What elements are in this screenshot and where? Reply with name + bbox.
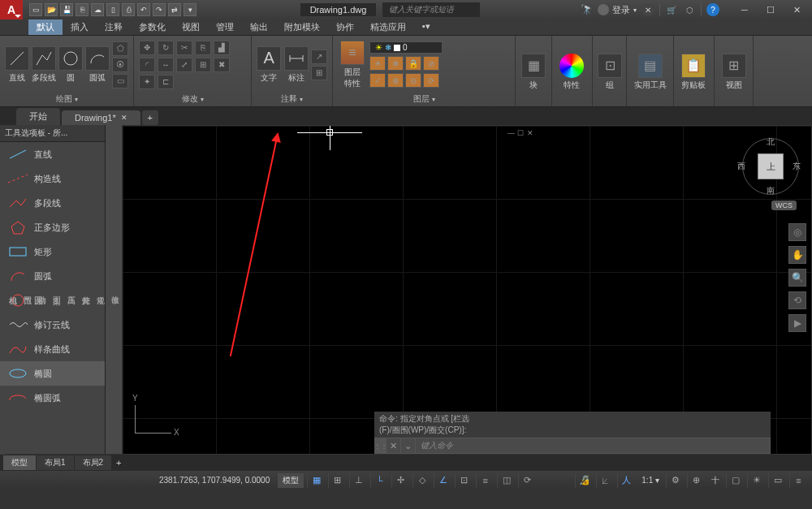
pan-icon[interactable]: ✋ (788, 246, 806, 264)
workspace-icon[interactable]: ⚙ (666, 473, 684, 488)
status-model-toggle[interactable]: 模型 (278, 473, 304, 488)
trim-button[interactable]: ✂ (176, 41, 192, 55)
draw-tool-3[interactable]: ▭ (112, 74, 128, 88)
group-button[interactable]: ⊡组 (598, 48, 622, 97)
osnap-toggle-icon[interactable]: ∠ (434, 473, 451, 488)
vp-minimize[interactable]: — (508, 129, 516, 137)
vp-close[interactable]: ✕ (527, 129, 535, 137)
binoculars-icon[interactable]: 🔭 (581, 4, 593, 15)
qat-web-icon[interactable]: ☁ (91, 3, 104, 16)
view-button[interactable]: ⊞视图 (719, 48, 748, 97)
cart-icon[interactable]: 🛒 (665, 3, 678, 16)
dimension-button[interactable]: 标注 (284, 41, 309, 89)
orbit-icon[interactable]: ⟲ (788, 291, 806, 309)
side-tab-自动[interactable]: 自动 (34, 125, 49, 455)
panel-modify-title[interactable]: 修改 (139, 92, 246, 106)
minimize-button[interactable]: ─ (732, 2, 757, 18)
maximize-button[interactable]: ☐ (758, 2, 783, 18)
draw-tool-1[interactable]: ⬠ (112, 41, 128, 56)
login-button[interactable]: 登录 ▾ (598, 4, 637, 16)
clipboard-button[interactable]: 📋剪贴板 (679, 48, 708, 97)
scale-button[interactable]: ⤢ (176, 58, 192, 72)
array-button[interactable]: ⊞ (195, 58, 211, 72)
zoom-icon[interactable]: 🔍 (788, 269, 806, 287)
layer-selector[interactable]: ☀❄ 0 (369, 41, 443, 54)
qat-mobile-icon[interactable]: ▯ (106, 3, 119, 16)
layout-1[interactable]: 布局1 (37, 455, 74, 470)
qat-plot-icon[interactable]: ⎙ (122, 3, 135, 16)
add-tab-button[interactable]: + (142, 110, 158, 125)
showmotion-icon[interactable]: ▶ (788, 314, 806, 332)
text-button[interactable]: A文字 (257, 41, 282, 89)
qat-undo-icon[interactable]: ↶ (137, 3, 150, 16)
side-tab-常规[interactable]: 常规 (93, 125, 107, 455)
qat-redo-icon[interactable]: ↷ (153, 3, 166, 16)
polar-toggle-icon[interactable]: ✢ (391, 473, 409, 488)
grid-toggle-icon[interactable]: ▦ (307, 473, 325, 488)
qat-save-icon[interactable]: 💾 (60, 3, 73, 16)
qat-saveas-icon[interactable]: ⎘ (76, 3, 89, 16)
tab-manage[interactable]: 管理 (208, 19, 242, 35)
rotate-button[interactable]: ↻ (158, 41, 174, 55)
app-logo[interactable]: A (0, 0, 23, 19)
side-tab-范围[interactable]: 范围 (19, 125, 34, 455)
anno-scale-icon[interactable]: ⟀ (596, 473, 614, 488)
infer-toggle-icon[interactable]: ⊥ (349, 473, 367, 488)
erase-button[interactable]: ✖ (214, 58, 230, 72)
filetab-drawing[interactable]: Drawing1*✕ (62, 110, 140, 125)
wcs-badge[interactable]: WCS (771, 201, 797, 210)
move-button[interactable]: ✥ (139, 41, 155, 55)
qat-more-icon[interactable]: ▾ (184, 3, 197, 16)
lw-toggle-icon[interactable]: ≡ (476, 473, 494, 488)
layer-tool-3[interactable]: 🔒 (405, 56, 421, 71)
anno-toggle-icon[interactable]: 🔏 (575, 473, 593, 488)
side-tab-荧光灯[interactable]: 荧光灯 (78, 125, 93, 455)
layer-tool-1[interactable]: ☀ (369, 56, 386, 71)
tab-view[interactable]: 视图 (174, 19, 208, 35)
panel-layers-title[interactable]: 图层 (338, 92, 510, 106)
draw-tool-2[interactable]: ⦿ (112, 58, 128, 72)
block-button[interactable]: ▦块 (520, 48, 546, 97)
utilities-button[interactable]: ▤实用工具 (632, 48, 668, 97)
drawing-canvas[interactable]: — ☐ ✕ Y X 上 北 南 东 西 WCS ◎ ✋ 🔍 ⟲ ▶ (122, 125, 812, 455)
cmd-recent-icon[interactable]: ⌄ (401, 438, 416, 453)
panel-annotate-title[interactable]: 注释 (257, 92, 327, 106)
search-input[interactable]: 键入关键字或短语 (382, 2, 480, 17)
cube-top-face[interactable]: 上 (758, 153, 784, 179)
vp-maximize[interactable]: ☐ (517, 129, 525, 137)
snap-toggle-icon[interactable]: ⊞ (328, 473, 346, 488)
decimal-display[interactable]: 十 (708, 475, 723, 486)
polyline-button[interactable]: 多段线 (32, 41, 56, 89)
tab-collaborate[interactable]: 协作 (328, 19, 362, 35)
steering-wheel-icon[interactable]: ◎ (788, 223, 806, 241)
explode-button[interactable]: ✦ (139, 75, 155, 89)
layout-model[interactable]: 模型 (3, 455, 36, 470)
table-button[interactable]: ⊞ (311, 66, 327, 80)
tab-annotate[interactable]: 注释 (97, 19, 131, 35)
offset-button[interactable]: ⊏ (158, 75, 174, 89)
scale-readout[interactable]: 1:1 ▾ (638, 476, 663, 485)
properties-button[interactable]: 特性 (557, 48, 586, 97)
anno-vis-icon[interactable]: 人 (617, 473, 635, 488)
tab-parametric[interactable]: 参数化 (131, 19, 174, 35)
stretch-button[interactable]: ↔ (158, 58, 174, 72)
tab-default[interactable]: 默认 (28, 19, 63, 35)
close-tab-icon[interactable]: ✕ (121, 114, 127, 122)
isolate-icon[interactable]: ☀ (747, 473, 765, 488)
layer-tool-7[interactable]: ⊖ (405, 73, 421, 88)
fillet-button[interactable]: ◜ (139, 58, 155, 72)
hardware-icon[interactable]: ▢ (726, 473, 744, 488)
layout-add-button[interactable]: + (112, 456, 125, 469)
app-icon[interactable]: ⬡ (683, 3, 696, 16)
side-tab-相机[interactable]: 相机 (5, 125, 19, 455)
tab-insert[interactable]: 插入 (63, 19, 97, 35)
arc-button[interactable]: 圆弧 (85, 41, 110, 89)
qat-new-icon[interactable]: ▭ (29, 3, 42, 16)
view-cube[interactable]: 上 北 南 东 西 (742, 138, 799, 195)
layer-tool-5[interactable]: ✓ (369, 73, 386, 88)
cmd-close-icon[interactable]: ✕ (387, 438, 401, 453)
anno-monitor-icon[interactable]: ⊕ (687, 473, 705, 488)
qat-open-icon[interactable]: 📂 (45, 3, 58, 16)
layer-properties-button[interactable]: ≡ 图层 特性 (338, 41, 367, 89)
layout-2[interactable]: 布局2 (75, 455, 112, 470)
